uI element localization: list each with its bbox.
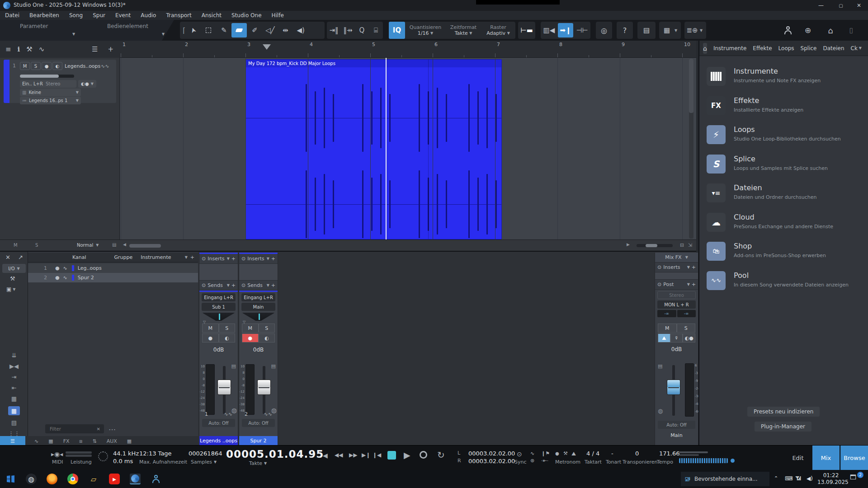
tools-wrench-icon[interactable]: ⚒ [26,45,32,53]
metronome-dot-icon[interactable]: ● [555,451,559,456]
settings-gear-icon[interactable]: ⊛ [530,458,534,464]
main-gain-value[interactable]: 0dB [655,346,698,352]
ruler-bar-number[interactable]: 3 [247,42,250,47]
main-channel-strip[interactable]: Mix FX▼ ⊙Inserts▼+ ⊙Post▼+ Stereo MON L … [655,253,698,445]
taktart-value[interactable]: 4 / 4 [586,450,599,457]
console-aux-tab[interactable]: AUX [107,438,117,444]
mono-button[interactable]: ◐ [219,333,236,343]
channel-strip[interactable]: ⊙Inserts▼+⊙Sends▼+Eingang L+RMain▽MS●◐0d… [239,253,278,445]
record-arm-button[interactable]: ● [242,333,259,343]
plugin-manager-button[interactable]: Plug-in-Manager [755,422,811,432]
snap-left-icon[interactable]: ⇥‖ [327,23,341,38]
bedienelement-caret-icon[interactable]: ▼ [162,32,165,36]
ruler-bar-number[interactable]: 2 [185,42,188,47]
menu-datei[interactable]: Datei [0,12,24,19]
notification-toast[interactable]: 🖳︎ Bevorstehende einna... [681,472,769,486]
metronome-icon[interactable]: ⛰ [571,450,576,457]
tab-loops[interactable]: Loops [778,45,794,52]
mix-view-button[interactable]: Mix [812,446,840,470]
automation-curve-icon[interactable]: ∿ [39,45,45,53]
tray-volume-icon[interactable]: ◀) [807,475,813,482]
action-center-icon[interactable]: 🗔︎ 2 [850,474,862,484]
paint-tool[interactable]: ✐ [247,23,262,38]
narrow-strips-icon[interactable]: ▶◀ [9,363,19,370]
menu-hilfe[interactable]: Hilfe [267,12,289,19]
channel-row-1[interactable]: 1 ●∿ Leg..oops [28,263,198,273]
main-monitor-button[interactable]: ⛰ [658,333,670,343]
instrumente-caret-icon[interactable]: ▼ [185,255,188,259]
console-grid-tab-icon[interactable]: ▦ [127,438,132,444]
studio-one-taskbar-icon[interactable] [130,474,141,484]
add-channel-icon[interactable]: + [190,254,194,260]
ruler-bar-number[interactable]: 4 [310,42,313,47]
sends-header[interactable]: ⊙Sends▼+ [199,281,238,291]
pan-control[interactable] [202,313,235,321]
ruler-bar-number[interactable]: 10 [684,42,690,47]
main-metronome-icon[interactable]: ◍ [658,408,663,414]
zoom-slider[interactable] [637,244,673,247]
channel-filter[interactable]: ✕ [45,424,104,433]
console-folder-selector[interactable]: ▣▼ [6,286,16,292]
play-button[interactable]: ▶ [404,450,410,460]
output-selector[interactable]: Main [241,303,275,311]
explorer-icon[interactable]: ▱ [88,474,99,484]
io-button[interactable]: I/O▼ [2,264,26,273]
browser-item-effekte[interactable]: FXEffekteInstallierte Effekte anzeigen [699,94,868,122]
stretch-icon[interactable]: ‖⇸ [341,23,355,38]
youtube-icon[interactable]: ▶ [109,474,120,484]
main-inserts-header[interactable]: ⊙Inserts▼+ [655,263,698,272]
mono-button[interactable]: ◐ [259,333,275,343]
strip-layout-icon[interactable]: ▤ [231,363,236,369]
console-bus-tab-icon[interactable]: ⧈ [80,438,83,444]
channel-row-2[interactable]: 2 ●∿ Spur 2 [28,273,198,282]
ruler-bar-number[interactable]: 9 [622,42,625,47]
split-tool[interactable]: ✎ [216,23,231,38]
gain-value[interactable]: 0dB [239,347,278,353]
banks-icon[interactable]: ▦ [11,395,17,402]
next-marker-button[interactable]: ▶❙ [362,452,370,458]
minimize-button[interactable]: — [812,0,830,11]
bend-marker-icon[interactable]: ⌸ [369,23,383,38]
record-arm-button[interactable]: ● [202,333,219,343]
menu-spur[interactable]: Spur [88,12,110,19]
parameter-caret-icon[interactable]: ▼ [72,32,75,36]
console-wave-tab-icon[interactable]: ∿ [34,438,38,444]
gain-value[interactable]: 0dB [199,347,238,353]
forward-button[interactable]: ▶▶ [349,452,357,458]
prev-marker-button[interactable]: ◀ [323,452,328,459]
loop-end-value[interactable]: 00003.02.02.00 [468,458,515,465]
track-monitor-button[interactable]: ◐ [52,62,62,70]
video-button[interactable]: ▤ [637,22,656,39]
ruler-bar-number[interactable]: 6 [434,42,438,47]
raster-selector[interactable]: Raster Adaptiv ▼ [481,22,515,39]
tab-splice[interactable]: Splice [801,45,817,52]
audio-event[interactable]: My Day 172 bpm_Kick DD Major Loops [245,59,502,239]
pan-control[interactable] [242,313,275,321]
output-selector[interactable]: Sub 1 [202,303,236,311]
metronome-setup-icon[interactable]: ⚒ [563,450,568,456]
listen-tool[interactable]: ◀) [293,23,308,38]
tray-wifi-icon[interactable]: 📶︎ [796,475,801,482]
ruler-bar-number[interactable]: 5 [372,42,375,47]
col-kanal[interactable]: Kanal [72,254,86,260]
arrow-tool[interactable]: ➤ [185,23,201,38]
grid-view-button[interactable]: ▦▼ [659,22,681,39]
track-preset-selector[interactable]: ≔Legends 16..ps 1▼ [20,97,81,104]
zoom-fit-icon[interactable]: ⊟ [680,242,684,248]
sends-header[interactable]: ⊙Sends▼+ [239,281,278,291]
quantize-selector[interactable]: Quantisieren 1/16 ▼ [405,22,446,39]
loop-start-value[interactable]: 00003.02.02.00 [468,450,515,457]
browser-item-pool[interactable]: ∿∿PoolIn diesem Song verwendete Dateien … [699,268,868,297]
main-layout-icon[interactable]: ▤ [658,363,662,369]
mute-button[interactable]: M [202,324,219,333]
collapse-all-icon[interactable]: ⇊ [12,352,17,359]
main-mute-button[interactable]: M [658,324,677,333]
arrangement-lane[interactable]: My Day 172 bpm_Kick DD Major Loops [120,58,696,239]
browser-item-dateien[interactable]: ▾≡DateienDateien und Ordner durchsuchen [699,181,868,210]
maximize-button[interactable]: ▢ [832,0,850,11]
horizontal-scrollbar[interactable] [129,244,161,248]
playhead-position-display[interactable]: 00005.01.04.95 [226,448,324,460]
main-post-header[interactable]: ⊙Post▼+ [655,280,698,290]
main-fader-handle[interactable] [667,380,680,395]
edit-view-button[interactable]: Edit [785,446,811,470]
